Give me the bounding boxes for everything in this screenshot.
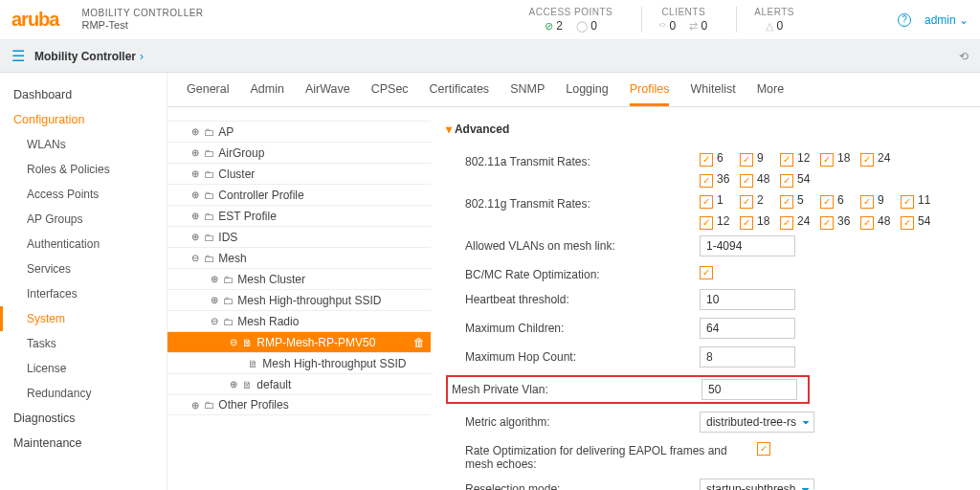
tab-snmp[interactable]: SNMP <box>510 82 545 106</box>
input-max-children[interactable] <box>700 318 795 339</box>
checkbox-icon[interactable] <box>820 195 834 209</box>
tab-certificates[interactable]: Certificates <box>430 82 490 106</box>
sidebar-item-redundancy[interactable]: Redundancy <box>0 381 167 406</box>
checkbox-icon[interactable] <box>780 195 793 209</box>
rate-a-48[interactable]: 48 <box>740 172 780 186</box>
sidebar-item-diagnostics[interactable]: Diagnostics <box>0 406 167 431</box>
rate-g-5[interactable]: 5 <box>780 193 820 207</box>
tab-logging[interactable]: Logging <box>566 82 609 106</box>
tab-admin[interactable]: Admin <box>250 82 283 106</box>
checkbox-icon[interactable] <box>860 153 874 167</box>
checkbox-eapol[interactable] <box>757 442 770 456</box>
tree-item-airgroup[interactable]: ⊕🗀 AirGroup <box>167 142 431 163</box>
checkbox-icon[interactable] <box>860 216 874 230</box>
status-clients[interactable]: CLIENTS ⌔ 0 ⇄ 0 <box>641 7 707 33</box>
tree-item-ids[interactable]: ⊕🗀 IDS <box>167 226 431 247</box>
sidebar-item-ap-groups[interactable]: AP Groups <box>0 207 167 232</box>
select-metric[interactable]: distributed-tree-rssi <box>700 412 814 433</box>
checkbox-icon[interactable] <box>901 195 914 209</box>
tree-item-mesh-ht-ssid[interactable]: ⊕🗀 Mesh High-throughput SSID <box>167 289 431 310</box>
checkbox-icon[interactable] <box>700 216 713 230</box>
delete-icon[interactable]: 🗑 <box>413 336 425 349</box>
checkbox-icon[interactable] <box>780 153 793 167</box>
checkbox-icon[interactable] <box>740 195 753 209</box>
checkbox-icon[interactable] <box>740 216 753 230</box>
rate-a-9[interactable]: 9 <box>740 151 780 165</box>
expand-icon[interactable]: ⊕ <box>227 379 240 390</box>
tree-item-other-profiles[interactable]: ⊕🗀 Other Profiles <box>167 394 431 415</box>
tab-whitelist[interactable]: Whitelist <box>690 82 735 106</box>
expand-icon[interactable]: ⊕ <box>189 211 202 221</box>
refresh-icon[interactable]: ⟲ <box>959 50 969 63</box>
rate-a-18[interactable]: 18 <box>820 151 860 165</box>
rate-g-48[interactable]: 48 <box>860 214 901 228</box>
section-advanced[interactable]: Advanced <box>446 121 965 147</box>
sidebar-item-services[interactable]: Services <box>0 256 167 281</box>
rate-g-12[interactable]: 12 <box>700 214 740 228</box>
select-reselection[interactable]: startup-subthreshold <box>700 479 814 490</box>
tree-item-mesh-cluster[interactable]: ⊕🗀 Mesh Cluster <box>167 268 431 289</box>
expand-icon[interactable]: ⊕ <box>189 232 202 242</box>
sidebar-item-license[interactable]: License <box>0 356 167 381</box>
expand-icon[interactable]: ⊕ <box>208 295 221 305</box>
checkbox-icon[interactable] <box>780 216 793 230</box>
rate-g-2[interactable]: 2 <box>740 193 780 207</box>
sidebar-item-system[interactable]: System <box>0 306 167 331</box>
tree-item-mesh-ht-ssid-child[interactable]: 🗎 Mesh High-throughput SSID <box>167 352 431 373</box>
sidebar-item-authentication[interactable]: Authentication <box>0 232 167 256</box>
tree-item-ap[interactable]: ⊕🗀 AP <box>167 121 431 142</box>
checkbox-icon[interactable] <box>700 153 713 167</box>
hamburger-icon[interactable]: ☰ <box>11 47 25 65</box>
input-max-hop[interactable] <box>700 346 795 368</box>
checkbox-icon[interactable] <box>700 195 713 209</box>
rate-g-24[interactable]: 24 <box>780 214 820 228</box>
tree-item-cluster[interactable]: ⊕🗀 Cluster <box>167 163 431 184</box>
tab-profiles[interactable]: Profiles <box>630 82 670 106</box>
rate-g-6[interactable]: 6 <box>820 193 860 207</box>
sidebar-item-wlans[interactable]: WLANs <box>0 132 167 157</box>
checkbox-bcmc[interactable] <box>700 266 713 279</box>
rate-a-36[interactable]: 36 <box>700 172 740 186</box>
rate-g-18[interactable]: 18 <box>740 214 780 228</box>
rate-g-1[interactable]: 1 <box>700 193 740 207</box>
status-alerts[interactable]: ALERTS △ 0 <box>736 7 794 33</box>
checkbox-icon[interactable] <box>860 195 874 209</box>
tab-more[interactable]: More <box>757 82 784 106</box>
sidebar-item-dashboard[interactable]: Dashboard <box>0 82 167 107</box>
sidebar-item-maintenance[interactable]: Maintenance <box>0 431 167 456</box>
checkbox-icon[interactable] <box>740 153 753 167</box>
user-menu[interactable]: admin ⌄ <box>924 13 969 27</box>
rate-g-54[interactable]: 54 <box>901 214 941 228</box>
tree-item-mesh[interactable]: ⊖🗀 Mesh <box>167 247 431 268</box>
checkbox-icon[interactable] <box>780 174 793 188</box>
tree-item-controller-profile[interactable]: ⊕🗀 Controller Profile <box>167 184 431 205</box>
rate-a-24[interactable]: 24 <box>860 151 901 165</box>
tree-item-default[interactable]: ⊕🗎 default <box>167 373 431 394</box>
expand-icon[interactable]: ⊕ <box>189 168 202 179</box>
tab-airwave[interactable]: AirWave <box>305 82 350 106</box>
checkbox-icon[interactable] <box>740 174 753 188</box>
sidebar-item-interfaces[interactable]: Interfaces <box>0 281 167 306</box>
rate-g-36[interactable]: 36 <box>820 214 860 228</box>
tab-general[interactable]: General <box>187 82 229 106</box>
input-mesh-private-vlan[interactable] <box>702 379 797 400</box>
rate-a-6[interactable]: 6 <box>700 151 740 165</box>
checkbox-icon[interactable] <box>820 216 834 230</box>
tree-item-est-profile[interactable]: ⊕🗀 EST Profile <box>167 205 431 226</box>
tree-item-selected-profile[interactable]: ⊖🗎 RMP-Mesh-RP-PMV50🗑 <box>167 331 431 352</box>
checkbox-icon[interactable] <box>700 174 713 188</box>
expand-icon[interactable]: ⊕ <box>189 126 202 137</box>
expand-icon[interactable]: ⊕ <box>189 400 202 411</box>
sidebar-item-configuration[interactable]: Configuration <box>0 107 167 132</box>
sidebar-item-tasks[interactable]: Tasks <box>0 331 167 356</box>
breadcrumb[interactable]: Mobility Controller <box>34 50 136 63</box>
rate-a-12[interactable]: 12 <box>780 151 820 165</box>
input-heartbeat[interactable] <box>700 289 795 310</box>
collapse-icon[interactable]: ⊖ <box>189 253 202 263</box>
sidebar-item-roles-policies[interactable]: Roles & Policies <box>0 157 167 182</box>
help-icon[interactable]: ? <box>898 13 911 27</box>
tree-item-mesh-radio[interactable]: ⊖🗀 Mesh Radio <box>167 310 431 331</box>
expand-icon[interactable]: ⊕ <box>189 147 202 158</box>
rate-a-54[interactable]: 54 <box>780 172 820 186</box>
checkbox-icon[interactable] <box>820 153 834 167</box>
